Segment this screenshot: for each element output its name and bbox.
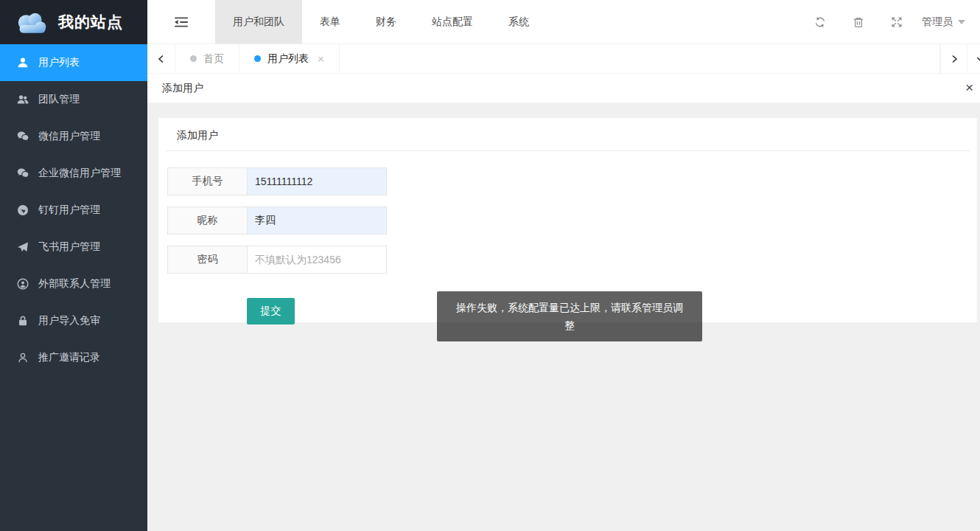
- password-input[interactable]: [247, 246, 387, 274]
- user-menu-label: 管理员: [922, 15, 953, 29]
- tab-label: 首页: [203, 52, 224, 66]
- top-nav-system[interactable]: 系统: [491, 0, 547, 44]
- sidebar-item-team[interactable]: 团队管理: [0, 81, 147, 118]
- top-nav-forms[interactable]: 表单: [302, 0, 358, 44]
- refresh-icon: [814, 16, 826, 28]
- sidebar-item-label: 推广邀请记录: [38, 351, 100, 364]
- site-title: 我的站点: [58, 12, 123, 32]
- sidebar-item-label: 钉钉用户管理: [38, 204, 100, 217]
- page-tab-bar: 首页 用户列表 ×: [147, 44, 980, 74]
- nav-label: 站点配置: [432, 15, 473, 29]
- nickname-label: 昵称: [167, 206, 247, 235]
- tab-menu-button[interactable]: [967, 44, 980, 73]
- card-title: 添加用户: [166, 118, 970, 151]
- site-logo[interactable]: 我的站点: [0, 0, 147, 44]
- form-row-password: 密码: [167, 246, 977, 274]
- top-nav-users-teams[interactable]: 用户和团队: [215, 0, 302, 44]
- top-nav: 用户和团队 表单 财务 站点配置 系统: [215, 0, 547, 44]
- form-row-nickname: 昵称: [167, 206, 977, 235]
- close-icon[interactable]: ×: [965, 80, 973, 94]
- wechat-icon: [16, 131, 29, 143]
- feishu-icon: [16, 241, 29, 254]
- sidebar-item-wechat-users[interactable]: 微信用户管理: [0, 118, 147, 155]
- top-nav-finance[interactable]: 财务: [358, 0, 414, 44]
- tab-bar-right-controls: [939, 44, 980, 73]
- team-icon: [16, 94, 29, 106]
- tab-scroll-left-button[interactable]: [147, 44, 175, 73]
- tab-scroll-right-button[interactable]: [940, 44, 967, 73]
- chevron-down-icon: [976, 55, 980, 63]
- user-icon: [16, 57, 29, 69]
- collapse-menu-icon: [175, 17, 188, 27]
- content-area: 添加用户 手机号 昵称 密码 提交: [147, 103, 980, 531]
- tab-status-dot: [190, 55, 197, 62]
- contacts-icon: [16, 278, 29, 291]
- clear-cache-button[interactable]: [839, 0, 878, 44]
- sidebar-item-wecom-users[interactable]: 企业微信用户管理: [0, 155, 147, 192]
- sidebar-collapse-button[interactable]: [147, 0, 215, 44]
- panel-title: 添加用户: [162, 82, 203, 95]
- lock-icon: [16, 315, 29, 327]
- sidebar-item-label: 微信用户管理: [38, 130, 100, 143]
- tab-home[interactable]: 首页: [175, 44, 239, 73]
- sidebar-item-label: 用户导入免审: [38, 314, 100, 327]
- main-area: 用户和团队 表单 财务 站点配置 系统: [147, 0, 980, 531]
- chevron-right-icon: [950, 55, 959, 63]
- wecom-icon: [16, 167, 29, 180]
- sidebar-item-label: 飞书用户管理: [38, 240, 100, 254]
- top-bar: 用户和团队 表单 财务 站点配置 系统: [147, 0, 980, 44]
- sidebar-item-label: 外部联系人管理: [38, 277, 111, 291]
- trash-icon: [853, 16, 864, 28]
- nav-label: 用户和团队: [233, 15, 284, 29]
- refresh-button[interactable]: [801, 0, 839, 44]
- sidebar-item-label: 团队管理: [38, 93, 80, 106]
- invite-icon: [16, 352, 29, 364]
- sidebar-item-feishu-users[interactable]: 飞书用户管理: [0, 229, 147, 266]
- fullscreen-button[interactable]: [878, 0, 916, 44]
- error-toast: 操作失败，系统配置量已达上限，请联系管理员调整: [437, 291, 702, 341]
- sidebar: 我的站点 用户列表 团队管理 微信用户管理: [0, 0, 147, 531]
- top-nav-site-config[interactable]: 站点配置: [414, 0, 491, 44]
- chevron-down-icon: [958, 20, 965, 28]
- sidebar-item-dingtalk-users[interactable]: 钉钉用户管理: [0, 192, 147, 229]
- nav-label: 财务: [376, 15, 396, 29]
- submit-button[interactable]: 提交: [247, 298, 295, 324]
- form-row-phone: 手机号: [167, 167, 977, 195]
- sidebar-menu: 用户列表 团队管理 微信用户管理 企业微信用户管理: [0, 44, 147, 376]
- dingtalk-icon: [16, 204, 29, 217]
- tab-label: 用户列表: [267, 52, 309, 66]
- password-label: 密码: [167, 246, 247, 274]
- nickname-input[interactable]: [247, 206, 387, 235]
- fullscreen-icon: [891, 16, 903, 28]
- phone-input[interactable]: [247, 167, 387, 195]
- chevron-left-icon: [157, 55, 166, 63]
- tab-status-dot: [254, 55, 261, 62]
- sidebar-item-invite-records[interactable]: 推广邀请记录: [0, 339, 147, 376]
- nav-label: 系统: [508, 15, 529, 29]
- sidebar-item-label: 用户列表: [38, 56, 80, 69]
- sidebar-item-external-contacts[interactable]: 外部联系人管理: [0, 266, 147, 302]
- user-menu[interactable]: 管理员: [916, 15, 965, 29]
- panel-header: 添加用户 ×: [147, 74, 980, 103]
- tab-close-icon[interactable]: ×: [318, 53, 324, 64]
- tab-user-list[interactable]: 用户列表 ×: [239, 44, 340, 73]
- sidebar-item-label: 企业微信用户管理: [38, 167, 121, 180]
- nav-label: 表单: [320, 15, 340, 29]
- sidebar-item-user-list[interactable]: 用户列表: [0, 44, 147, 81]
- top-bar-right: 管理员: [801, 0, 980, 44]
- phone-label: 手机号: [167, 167, 247, 195]
- sidebar-item-user-import[interactable]: 用户导入免审: [0, 302, 147, 339]
- cloud-logo-icon: [12, 7, 50, 37]
